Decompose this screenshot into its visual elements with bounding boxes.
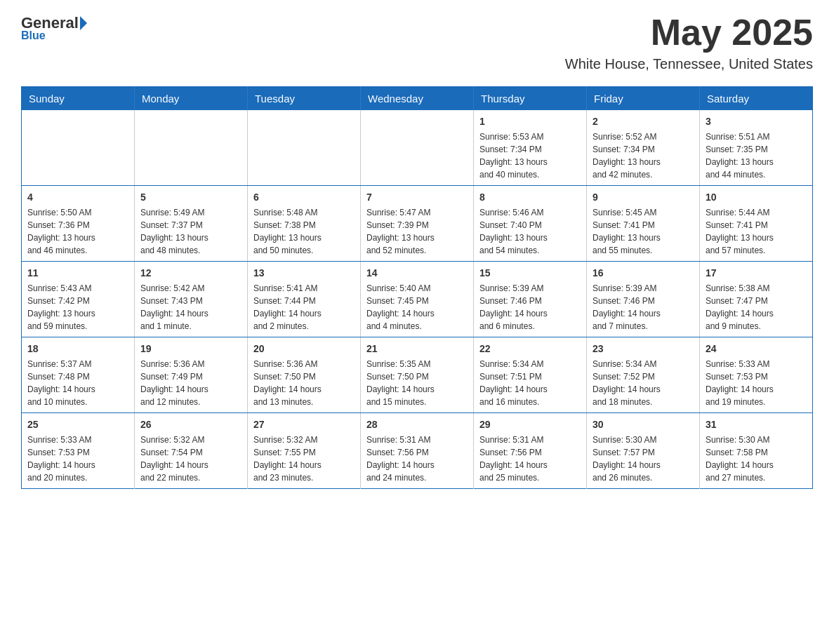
calendar-cell: 25Sunrise: 5:33 AM Sunset: 7:53 PM Dayli… <box>22 413 135 489</box>
day-number: 14 <box>366 266 468 281</box>
calendar-cell <box>22 110 135 186</box>
calendar-cell: 18Sunrise: 5:37 AM Sunset: 7:48 PM Dayli… <box>22 337 135 413</box>
day-info: Sunrise: 5:38 AM Sunset: 7:47 PM Dayligh… <box>706 282 807 333</box>
day-number: 6 <box>253 190 355 205</box>
day-number: 16 <box>593 266 694 281</box>
calendar-week-5: 25Sunrise: 5:33 AM Sunset: 7:53 PM Dayli… <box>22 413 813 489</box>
location-title: White House, Tennessee, United States <box>565 56 813 72</box>
day-info: Sunrise: 5:30 AM Sunset: 7:57 PM Dayligh… <box>593 434 694 484</box>
calendar-cell: 9Sunrise: 5:45 AM Sunset: 7:41 PM Daylig… <box>587 186 700 262</box>
calendar-cell: 6Sunrise: 5:48 AM Sunset: 7:38 PM Daylig… <box>248 186 361 262</box>
calendar-cell: 8Sunrise: 5:46 AM Sunset: 7:40 PM Daylig… <box>474 186 587 262</box>
day-number: 23 <box>593 342 694 356</box>
day-number: 15 <box>479 266 581 281</box>
day-number: 19 <box>140 342 241 356</box>
day-number: 31 <box>706 417 807 432</box>
weekday-header-sunday: Sunday <box>22 87 135 111</box>
day-number: 26 <box>140 417 241 432</box>
day-number: 27 <box>253 417 355 432</box>
day-number: 30 <box>593 417 694 432</box>
calendar-cell: 21Sunrise: 5:35 AM Sunset: 7:50 PM Dayli… <box>361 337 474 413</box>
month-title: May 2025 <box>565 14 813 51</box>
calendar-cell: 20Sunrise: 5:36 AM Sunset: 7:50 PM Dayli… <box>248 337 361 413</box>
day-info: Sunrise: 5:33 AM Sunset: 7:53 PM Dayligh… <box>706 358 807 408</box>
calendar-cell: 12Sunrise: 5:42 AM Sunset: 7:43 PM Dayli… <box>135 262 248 337</box>
calendar-cell: 15Sunrise: 5:39 AM Sunset: 7:46 PM Dayli… <box>474 262 587 337</box>
calendar-cell <box>361 110 474 186</box>
calendar-cell: 4Sunrise: 5:50 AM Sunset: 7:36 PM Daylig… <box>22 186 135 262</box>
calendar-week-2: 4Sunrise: 5:50 AM Sunset: 7:36 PM Daylig… <box>22 186 813 262</box>
day-number: 24 <box>706 342 807 356</box>
calendar-cell: 31Sunrise: 5:30 AM Sunset: 7:58 PM Dayli… <box>700 413 813 489</box>
day-number: 21 <box>366 342 468 356</box>
calendar-cell: 19Sunrise: 5:36 AM Sunset: 7:49 PM Dayli… <box>135 337 248 413</box>
day-number: 25 <box>27 417 128 432</box>
day-number: 4 <box>27 190 128 205</box>
calendar-cell <box>248 110 361 186</box>
logo: General Blue <box>21 14 87 42</box>
calendar-cell: 1Sunrise: 5:53 AM Sunset: 7:34 PM Daylig… <box>474 110 587 186</box>
calendar-cell: 10Sunrise: 5:44 AM Sunset: 7:41 PM Dayli… <box>700 186 813 262</box>
weekday-header-row: SundayMondayTuesdayWednesdayThursdayFrid… <box>22 87 813 111</box>
day-info: Sunrise: 5:32 AM Sunset: 7:55 PM Dayligh… <box>253 434 355 484</box>
calendar-cell: 11Sunrise: 5:43 AM Sunset: 7:42 PM Dayli… <box>22 262 135 337</box>
day-info: Sunrise: 5:31 AM Sunset: 7:56 PM Dayligh… <box>366 434 468 484</box>
day-number: 13 <box>253 266 355 281</box>
day-number: 22 <box>479 342 581 356</box>
day-info: Sunrise: 5:50 AM Sunset: 7:36 PM Dayligh… <box>27 206 128 257</box>
day-info: Sunrise: 5:34 AM Sunset: 7:51 PM Dayligh… <box>479 358 581 408</box>
day-info: Sunrise: 5:45 AM Sunset: 7:41 PM Dayligh… <box>593 206 694 257</box>
day-info: Sunrise: 5:53 AM Sunset: 7:34 PM Dayligh… <box>479 130 581 181</box>
calendar-cell <box>135 110 248 186</box>
day-number: 7 <box>366 190 468 205</box>
calendar-cell: 3Sunrise: 5:51 AM Sunset: 7:35 PM Daylig… <box>700 110 813 186</box>
calendar-cell: 30Sunrise: 5:30 AM Sunset: 7:57 PM Dayli… <box>587 413 700 489</box>
calendar-week-1: 1Sunrise: 5:53 AM Sunset: 7:34 PM Daylig… <box>22 110 813 186</box>
day-info: Sunrise: 5:52 AM Sunset: 7:34 PM Dayligh… <box>593 130 694 181</box>
day-number: 17 <box>706 266 807 281</box>
day-info: Sunrise: 5:37 AM Sunset: 7:48 PM Dayligh… <box>27 358 128 408</box>
day-info: Sunrise: 5:30 AM Sunset: 7:58 PM Dayligh… <box>706 434 807 484</box>
day-number: 12 <box>140 266 241 281</box>
weekday-header-friday: Friday <box>587 87 700 111</box>
logo-triangle <box>80 16 87 30</box>
calendar-cell: 13Sunrise: 5:41 AM Sunset: 7:44 PM Dayli… <box>248 262 361 337</box>
weekday-header-tuesday: Tuesday <box>248 87 361 111</box>
day-info: Sunrise: 5:39 AM Sunset: 7:46 PM Dayligh… <box>593 282 694 333</box>
title-section: May 2025 White House, Tennessee, United … <box>565 14 813 72</box>
day-info: Sunrise: 5:44 AM Sunset: 7:41 PM Dayligh… <box>706 206 807 257</box>
calendar-cell: 7Sunrise: 5:47 AM Sunset: 7:39 PM Daylig… <box>361 186 474 262</box>
calendar-cell: 14Sunrise: 5:40 AM Sunset: 7:45 PM Dayli… <box>361 262 474 337</box>
day-info: Sunrise: 5:35 AM Sunset: 7:50 PM Dayligh… <box>366 358 468 408</box>
weekday-header-wednesday: Wednesday <box>361 87 474 111</box>
day-number: 28 <box>366 417 468 432</box>
weekday-header-thursday: Thursday <box>474 87 587 111</box>
calendar-cell: 26Sunrise: 5:32 AM Sunset: 7:54 PM Dayli… <box>135 413 248 489</box>
calendar-cell: 5Sunrise: 5:49 AM Sunset: 7:37 PM Daylig… <box>135 186 248 262</box>
day-info: Sunrise: 5:49 AM Sunset: 7:37 PM Dayligh… <box>140 206 241 257</box>
calendar-cell: 27Sunrise: 5:32 AM Sunset: 7:55 PM Dayli… <box>248 413 361 489</box>
calendar-cell: 24Sunrise: 5:33 AM Sunset: 7:53 PM Dayli… <box>700 337 813 413</box>
day-number: 20 <box>253 342 355 356</box>
day-info: Sunrise: 5:36 AM Sunset: 7:50 PM Dayligh… <box>253 358 355 408</box>
calendar-table: SundayMondayTuesdayWednesdayThursdayFrid… <box>21 86 813 489</box>
day-number: 2 <box>593 114 694 129</box>
calendar-cell: 28Sunrise: 5:31 AM Sunset: 7:56 PM Dayli… <box>361 413 474 489</box>
page-header: General Blue May 2025 White House, Tenne… <box>21 14 813 72</box>
day-number: 11 <box>27 266 128 281</box>
calendar-cell: 22Sunrise: 5:34 AM Sunset: 7:51 PM Dayli… <box>474 337 587 413</box>
day-info: Sunrise: 5:42 AM Sunset: 7:43 PM Dayligh… <box>140 282 241 333</box>
calendar-cell: 17Sunrise: 5:38 AM Sunset: 7:47 PM Dayli… <box>700 262 813 337</box>
day-info: Sunrise: 5:51 AM Sunset: 7:35 PM Dayligh… <box>706 130 807 181</box>
day-info: Sunrise: 5:43 AM Sunset: 7:42 PM Dayligh… <box>27 282 128 333</box>
day-info: Sunrise: 5:33 AM Sunset: 7:53 PM Dayligh… <box>27 434 128 484</box>
day-info: Sunrise: 5:47 AM Sunset: 7:39 PM Dayligh… <box>366 206 468 257</box>
day-number: 10 <box>706 190 807 205</box>
calendar-week-4: 18Sunrise: 5:37 AM Sunset: 7:48 PM Dayli… <box>22 337 813 413</box>
day-info: Sunrise: 5:41 AM Sunset: 7:44 PM Dayligh… <box>253 282 355 333</box>
calendar-cell: 2Sunrise: 5:52 AM Sunset: 7:34 PM Daylig… <box>587 110 700 186</box>
day-number: 18 <box>27 342 128 356</box>
weekday-header-saturday: Saturday <box>700 87 813 111</box>
calendar-cell: 16Sunrise: 5:39 AM Sunset: 7:46 PM Dayli… <box>587 262 700 337</box>
calendar-week-3: 11Sunrise: 5:43 AM Sunset: 7:42 PM Dayli… <box>22 262 813 337</box>
